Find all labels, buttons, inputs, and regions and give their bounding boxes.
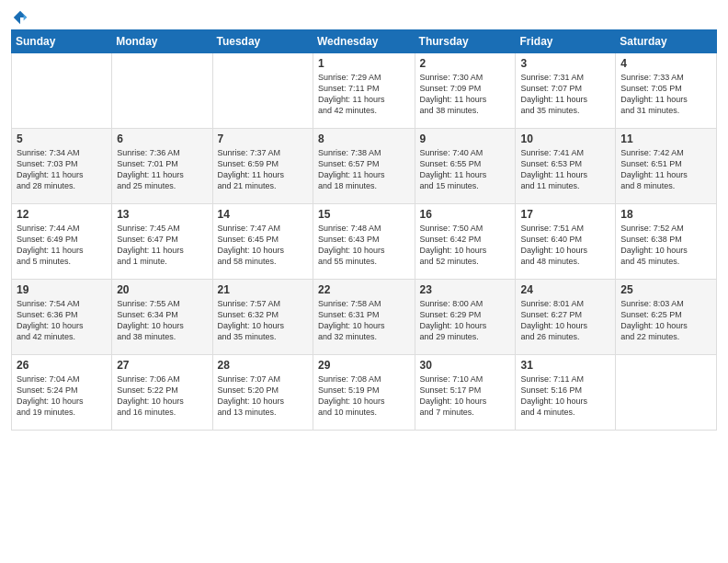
calendar-cell: 15Sunrise: 7:48 AM Sunset: 6:43 PM Dayli… (313, 204, 415, 280)
cell-content: Sunrise: 7:04 AM Sunset: 5:24 PM Dayligh… (17, 373, 107, 419)
week-row-2: 5Sunrise: 7:34 AM Sunset: 7:03 PM Daylig… (12, 129, 717, 204)
week-row-4: 19Sunrise: 7:54 AM Sunset: 6:36 PM Dayli… (12, 280, 717, 355)
day-number: 9 (420, 132, 511, 145)
calendar-cell: 10Sunrise: 7:41 AM Sunset: 6:53 PM Dayli… (516, 129, 616, 204)
calendar-cell (12, 53, 112, 129)
cell-content: Sunrise: 7:33 AM Sunset: 7:05 PM Dayligh… (620, 72, 711, 117)
calendar-cell: 28Sunrise: 7:07 AM Sunset: 5:20 PM Dayli… (212, 355, 313, 431)
weekday-header-friday: Friday (516, 30, 616, 53)
week-row-1: 1Sunrise: 7:29 AM Sunset: 7:11 PM Daylig… (12, 53, 717, 129)
week-row-3: 12Sunrise: 7:44 AM Sunset: 6:49 PM Dayli… (12, 204, 717, 280)
day-number: 20 (117, 283, 207, 296)
day-number: 17 (520, 208, 610, 221)
cell-content: Sunrise: 7:44 AM Sunset: 6:49 PM Dayligh… (17, 223, 107, 268)
cell-content: Sunrise: 7:40 AM Sunset: 6:55 PM Dayligh… (420, 147, 511, 192)
cell-content: Sunrise: 7:45 AM Sunset: 6:47 PM Dayligh… (117, 223, 207, 268)
calendar-cell: 26Sunrise: 7:04 AM Sunset: 5:24 PM Dayli… (12, 355, 112, 431)
calendar-cell: 7Sunrise: 7:37 AM Sunset: 6:59 PM Daylig… (212, 129, 313, 204)
calendar-cell: 1Sunrise: 7:29 AM Sunset: 7:11 PM Daylig… (313, 53, 415, 129)
cell-content: Sunrise: 7:50 AM Sunset: 6:42 PM Dayligh… (420, 223, 511, 268)
day-number: 7 (218, 132, 308, 145)
day-number: 22 (318, 283, 410, 296)
cell-content: Sunrise: 7:31 AM Sunset: 7:07 PM Dayligh… (520, 72, 610, 117)
day-number: 2 (420, 57, 511, 70)
weekday-header-wednesday: Wednesday (313, 30, 415, 53)
cell-content: Sunrise: 7:58 AM Sunset: 6:31 PM Dayligh… (318, 298, 410, 343)
day-number: 5 (17, 132, 107, 145)
day-number: 19 (17, 283, 107, 296)
calendar-cell: 2Sunrise: 7:30 AM Sunset: 7:09 PM Daylig… (415, 53, 516, 129)
cell-content: Sunrise: 7:54 AM Sunset: 6:36 PM Dayligh… (17, 298, 107, 343)
calendar-cell: 16Sunrise: 7:50 AM Sunset: 6:42 PM Dayli… (415, 204, 516, 280)
day-number: 30 (420, 359, 511, 372)
calendar-cell: 18Sunrise: 7:52 AM Sunset: 6:38 PM Dayli… (616, 204, 717, 280)
day-number: 16 (420, 208, 511, 221)
logo-icon (12, 9, 28, 26)
cell-content: Sunrise: 7:41 AM Sunset: 6:53 PM Dayligh… (520, 147, 610, 192)
cell-content: Sunrise: 7:06 AM Sunset: 5:22 PM Dayligh… (117, 373, 207, 419)
cell-content: Sunrise: 7:38 AM Sunset: 6:57 PM Dayligh… (318, 147, 410, 192)
cell-content: Sunrise: 7:47 AM Sunset: 6:45 PM Dayligh… (218, 223, 308, 268)
calendar-cell: 8Sunrise: 7:38 AM Sunset: 6:57 PM Daylig… (313, 129, 415, 204)
calendar-cell (616, 355, 717, 431)
day-number: 21 (218, 283, 308, 296)
cell-content: Sunrise: 8:01 AM Sunset: 6:27 PM Dayligh… (520, 298, 610, 343)
day-number: 13 (117, 208, 207, 221)
calendar-cell (212, 53, 313, 129)
calendar-cell: 4Sunrise: 7:33 AM Sunset: 7:05 PM Daylig… (616, 53, 717, 129)
calendar-cell: 30Sunrise: 7:10 AM Sunset: 5:17 PM Dayli… (415, 355, 516, 431)
day-number: 10 (520, 132, 610, 145)
cell-content: Sunrise: 7:07 AM Sunset: 5:20 PM Dayligh… (218, 373, 308, 419)
cell-content: Sunrise: 7:11 AM Sunset: 5:16 PM Dayligh… (520, 373, 610, 419)
cell-content: Sunrise: 7:34 AM Sunset: 7:03 PM Dayligh… (17, 147, 107, 192)
weekday-header-tuesday: Tuesday (212, 30, 313, 53)
cell-content: Sunrise: 7:51 AM Sunset: 6:40 PM Dayligh… (520, 223, 610, 268)
cell-content: Sunrise: 7:10 AM Sunset: 5:17 PM Dayligh… (420, 373, 511, 419)
weekday-header-sunday: Sunday (12, 30, 112, 53)
day-number: 18 (620, 208, 711, 221)
calendar-cell: 24Sunrise: 8:01 AM Sunset: 6:27 PM Dayli… (516, 280, 616, 355)
cell-content: Sunrise: 7:52 AM Sunset: 6:38 PM Dayligh… (620, 223, 711, 268)
weekday-header-row: SundayMondayTuesdayWednesdayThursdayFrid… (12, 30, 717, 53)
calendar-table: SundayMondayTuesdayWednesdayThursdayFrid… (11, 29, 717, 431)
day-number: 6 (117, 132, 207, 145)
calendar-cell (112, 53, 212, 129)
cell-content: Sunrise: 8:03 AM Sunset: 6:25 PM Dayligh… (620, 298, 711, 343)
calendar-cell: 12Sunrise: 7:44 AM Sunset: 6:49 PM Dayli… (12, 204, 112, 280)
day-number: 1 (318, 57, 410, 70)
cell-content: Sunrise: 7:30 AM Sunset: 7:09 PM Dayligh… (420, 72, 511, 117)
cell-content: Sunrise: 7:57 AM Sunset: 6:32 PM Dayligh… (218, 298, 308, 343)
cell-content: Sunrise: 8:00 AM Sunset: 6:29 PM Dayligh… (420, 298, 511, 343)
weekday-header-monday: Monday (112, 30, 212, 53)
calendar-cell: 13Sunrise: 7:45 AM Sunset: 6:47 PM Dayli… (112, 204, 212, 280)
calendar-cell: 31Sunrise: 7:11 AM Sunset: 5:16 PM Dayli… (516, 355, 616, 431)
cell-content: Sunrise: 7:08 AM Sunset: 5:19 PM Dayligh… (318, 373, 410, 419)
calendar-cell: 5Sunrise: 7:34 AM Sunset: 7:03 PM Daylig… (12, 129, 112, 204)
day-number: 27 (117, 359, 207, 372)
day-number: 8 (318, 132, 410, 145)
calendar-cell: 3Sunrise: 7:31 AM Sunset: 7:07 PM Daylig… (516, 53, 616, 129)
week-row-5: 26Sunrise: 7:04 AM Sunset: 5:24 PM Dayli… (12, 355, 717, 431)
day-number: 15 (318, 208, 410, 221)
weekday-header-saturday: Saturday (616, 30, 717, 53)
day-number: 28 (218, 359, 308, 372)
calendar-cell: 20Sunrise: 7:55 AM Sunset: 6:34 PM Dayli… (112, 280, 212, 355)
header (11, 9, 717, 22)
day-number: 3 (520, 57, 610, 70)
calendar-cell: 21Sunrise: 7:57 AM Sunset: 6:32 PM Dayli… (212, 280, 313, 355)
calendar-cell: 23Sunrise: 8:00 AM Sunset: 6:29 PM Dayli… (415, 280, 516, 355)
day-number: 12 (17, 208, 107, 221)
day-number: 29 (318, 359, 410, 372)
calendar-cell: 22Sunrise: 7:58 AM Sunset: 6:31 PM Dayli… (313, 280, 415, 355)
cell-content: Sunrise: 7:29 AM Sunset: 7:11 PM Dayligh… (318, 72, 410, 117)
logo (11, 9, 28, 22)
day-number: 26 (17, 359, 107, 372)
weekday-header-thursday: Thursday (415, 30, 516, 53)
calendar-cell: 29Sunrise: 7:08 AM Sunset: 5:19 PM Dayli… (313, 355, 415, 431)
day-number: 4 (620, 57, 711, 70)
day-number: 24 (520, 283, 610, 296)
calendar-cell: 11Sunrise: 7:42 AM Sunset: 6:51 PM Dayli… (616, 129, 717, 204)
day-number: 31 (520, 359, 610, 372)
calendar-cell: 9Sunrise: 7:40 AM Sunset: 6:55 PM Daylig… (415, 129, 516, 204)
cell-content: Sunrise: 7:36 AM Sunset: 7:01 PM Dayligh… (117, 147, 207, 192)
